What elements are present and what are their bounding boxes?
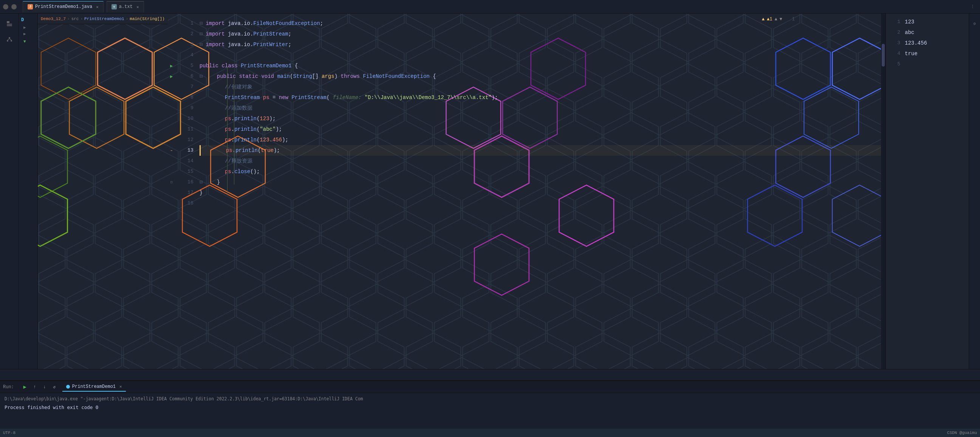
warning-nav-up[interactable]: ▲ — [775, 17, 777, 22]
minimize-button[interactable] — [3, 4, 8, 10]
run-tab-close[interactable]: ✕ — [119, 384, 122, 389]
tab-txt[interactable]: T a.txt ✕ — [107, 1, 144, 13]
csdn-watermark: CSDN @guaimu — [947, 431, 977, 435]
ln-9: 9 — [175, 103, 194, 113]
sidebar-structure-icon[interactable] — [3, 32, 16, 46]
ln-10: 10 — [175, 113, 194, 124]
run-play-button[interactable]: ▶ — [21, 383, 29, 391]
svg-point-5 — [11, 40, 12, 41]
breadcrumb-bar: Demo3_12_7 › src › PrintStreamDemo1 › ma… — [38, 14, 168, 24]
fold-guide-2 — [234, 77, 235, 185]
code-line-15: ps.close(); — [200, 166, 881, 177]
run-tab-label[interactable]: PrintStreamDemo1 ✕ — [62, 383, 126, 392]
fold-open-6: ⊟ — [200, 71, 202, 82]
gutter-12 — [168, 135, 175, 145]
window-controls — [3, 4, 17, 10]
run-up-button[interactable]: ↑ — [30, 383, 39, 391]
sidebar-project-icon[interactable] — [3, 17, 16, 30]
run-label: Run: — [3, 384, 14, 390]
code-line-17: } — [200, 188, 881, 198]
txt-val-4: true — [905, 48, 918, 59]
gutter-1 — [168, 18, 175, 29]
tab-txt-label: a.txt — [119, 4, 133, 10]
run-rerun-button[interactable]: ↺ — [50, 383, 59, 391]
right-toolbar-icon-1[interactable]: ⚙ — [968, 17, 980, 30]
bottom-status-bar — [0, 369, 980, 380]
tree-node-2[interactable]: ▶ — [21, 31, 36, 36]
code-line-3: ⊟ import java.io.PrintWriter; — [200, 39, 881, 50]
gutter-14 — [168, 156, 175, 166]
breadcrumb-file: PrintStreamDemo1 — [84, 17, 124, 21]
svg-marker-19 — [41, 87, 96, 148]
tree-node-3[interactable]: ▼ — [21, 39, 36, 44]
code-line-16: ⊟ } — [200, 177, 881, 188]
run-tab-indicator — [66, 385, 70, 389]
ln-5: 5 — [175, 61, 194, 71]
txt-val-1: 123 — [905, 17, 914, 27]
project-expand-btn[interactable]: D — [21, 17, 36, 24]
code-line-8: PrintStream ps = new PrintStream( fileNa… — [200, 92, 881, 103]
txt-ln-3: 3 — [886, 38, 905, 48]
run-output: D:\Java\develop\bin\java.exe "-javaagent… — [0, 393, 980, 413]
svg-line-7 — [10, 38, 11, 40]
run-tab-name: PrintStreamDemo1 — [72, 384, 116, 389]
fold-indicator-2: ⊟ — [200, 29, 202, 39]
gutter-7 — [168, 82, 175, 92]
code-line-13: ps.println(true); — [200, 145, 881, 156]
run-cmd-line: D:\Java\develop\bin\java.exe "-javaagent… — [5, 396, 975, 402]
run-controls: ▶ ↑ ↓ ↺ — [21, 383, 59, 391]
status-encoding: UTF-8 — [3, 431, 16, 435]
gutter-6-run[interactable]: ▶ — [168, 71, 175, 82]
svg-marker-27 — [38, 185, 68, 246]
tab-txt-close[interactable]: ✕ — [137, 5, 139, 10]
tab-java-label: PrintStreamDemo1.java — [35, 4, 92, 10]
ln-13: 13 — [175, 145, 194, 156]
svg-marker-16 — [69, 87, 124, 148]
code-line-6: ⊟ public static void main(String[] args)… — [200, 71, 881, 82]
gutter-13-warn: – — [168, 145, 175, 156]
scrollbar-thumb[interactable] — [882, 44, 885, 67]
fold-indicator-3: ⊟ — [200, 39, 202, 50]
warning-count: ▲1 — [767, 17, 772, 22]
more-options-button[interactable]: ⋮ — [968, 3, 977, 10]
code-line-5: public class PrintStreamDemo1 { — [200, 61, 881, 71]
txt-file-icon: T — [111, 4, 117, 10]
gutter-15 — [168, 166, 175, 177]
code-line-18 — [200, 198, 881, 209]
gutter-11 — [168, 124, 175, 135]
code-line-4 — [200, 50, 881, 61]
txt-ln-1: 1 — [886, 17, 905, 27]
ln-6: 6 — [175, 71, 194, 82]
svg-marker-13 — [97, 38, 152, 99]
ln-18: 18 — [175, 198, 194, 209]
code-line-14: //释放资源 — [200, 156, 881, 166]
gutter-18 — [168, 198, 175, 209]
svg-marker-17 — [41, 38, 96, 99]
breadcrumb-project: Demo3_12_7 — [41, 17, 66, 21]
tree-node-1[interactable]: ▶ — [21, 25, 36, 30]
gutter-16-fold[interactable]: ⊟ — [168, 177, 175, 188]
title-bar-left: J PrintStreamDemo1.java ✕ T a.txt ✕ — [3, 1, 144, 13]
warning-nav-down[interactable]: ▼ — [780, 17, 782, 22]
svg-marker-18 — [38, 136, 68, 197]
warning-indicator[interactable]: ▲ ▲1 ▲ ▼ 1 — [762, 17, 795, 22]
line-indicator: 1 — [792, 17, 795, 22]
status-bar: UTF-8 CSDN @guaimu — [0, 429, 980, 437]
tab-java[interactable]: J PrintStreamDemo1.java ✕ — [23, 1, 103, 13]
code-line-11: ps.println("abc"); — [200, 124, 881, 135]
gutter-5-run[interactable]: ▶ — [168, 61, 175, 71]
gutter-2 — [168, 29, 175, 39]
txt-ln-2: 2 — [886, 27, 905, 38]
close-button[interactable] — [11, 4, 17, 10]
tab-java-close[interactable]: ✕ — [96, 5, 99, 10]
txt-row-5: 5 — [886, 59, 969, 70]
txt-val-2: abc — [905, 27, 914, 38]
txt-content: 1 123 2 abc 3 123.456 4 true — [886, 14, 969, 73]
fold-indicator-1: ⊟ — [200, 18, 202, 29]
txt-val-3: 123.456 — [905, 38, 927, 48]
run-down-button[interactable]: ↓ — [40, 383, 49, 391]
txt-row-2: 2 abc — [886, 27, 969, 38]
ln-12: 12 — [175, 135, 194, 145]
code-line-12: ps.println(123.456); — [200, 135, 881, 145]
gutter-9 — [168, 103, 175, 113]
